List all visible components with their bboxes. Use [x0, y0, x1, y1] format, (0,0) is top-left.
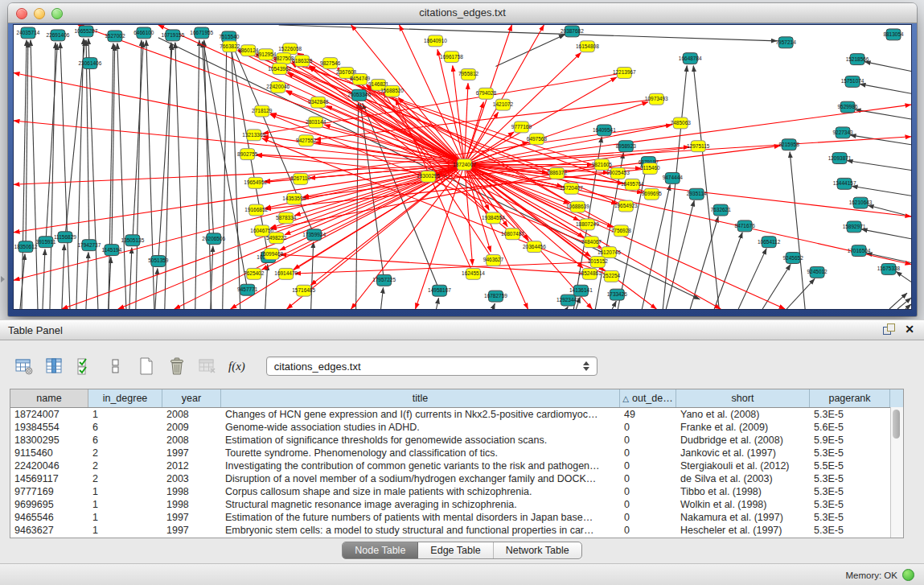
graph-node[interactable]: 9115460 — [640, 163, 660, 175]
graph-node[interactable]: 15720407 — [560, 183, 583, 194]
graph-node[interactable]: 9427552 — [296, 135, 317, 146]
table-row[interactable]: 911546021997Tourette syndrome. Phenomeno… — [10, 447, 903, 459]
graph-node[interactable]: 10654112 — [758, 237, 781, 248]
graph-node[interactable]: 252254 — [603, 270, 621, 282]
graph-node[interactable]: 19384554 — [482, 212, 505, 224]
graph-node[interactable]: 17942737 — [78, 240, 101, 251]
graph-node[interactable]: 22691406 — [47, 30, 70, 41]
graph-node[interactable]: 5498222 — [266, 233, 287, 244]
graph-node[interactable]: 9474444 — [663, 172, 684, 183]
graph-node[interactable]: 15716485 — [292, 285, 315, 296]
graph-node[interactable]: 10688639 — [566, 201, 589, 212]
graph-node[interactable]: 8471676 — [735, 220, 756, 232]
graph-node[interactable]: 8267110 — [290, 173, 310, 184]
graph-node[interactable]: 9245652 — [783, 253, 804, 264]
graph-node[interactable]: 2935114 — [687, 188, 707, 200]
graph-node[interactable]: 7485063 — [671, 117, 692, 129]
row-height-icon[interactable] — [105, 355, 127, 377]
column-header-title[interactable]: title — [221, 389, 620, 407]
graph-node[interactable]: 17957225 — [372, 274, 396, 286]
graph-node[interactable]: 10973493 — [645, 93, 668, 105]
graph-node[interactable]: 19166852 — [244, 204, 268, 216]
table-settings-icon[interactable] — [13, 355, 35, 377]
graph-node[interactable]: 24035714 — [17, 27, 40, 39]
graph-node[interactable]: 5051359 — [148, 256, 169, 267]
graph-node[interactable]: 8902755 — [237, 149, 258, 160]
graph-node[interactable]: 8215958 — [779, 139, 800, 150]
graph-node[interactable]: 16210643 — [849, 197, 873, 208]
graph-node[interactable]: 7957214 — [776, 37, 797, 48]
graph-node[interactable]: 5878334 — [276, 212, 297, 224]
graph-node[interactable]: 9463627 — [483, 255, 504, 266]
function-builder-icon[interactable]: f(x) — [228, 360, 245, 373]
table-row[interactable]: 1872400712008Changes of HCN gene express… — [10, 408, 903, 421]
import-table-disabled-icon[interactable] — [196, 355, 219, 377]
table-row[interactable]: 946362711997Embryonic stem cells: a mode… — [10, 524, 903, 537]
graph-node[interactable]: 15218566 — [846, 54, 869, 65]
graph-node[interactable]: 16154808 — [576, 41, 599, 52]
graph-node[interactable]: 18807249 — [576, 219, 599, 230]
table-row[interactable]: 1830029562008Estimation of significance … — [10, 434, 903, 447]
graph-node[interactable]: 13213369 — [242, 130, 265, 141]
graph-node[interactable]: 10025453 — [606, 167, 630, 179]
graph-node[interactable]: 19654923 — [614, 200, 638, 212]
graph-node[interactable]: 7625402 — [244, 268, 265, 279]
graph-node[interactable]: 3915911 — [36, 237, 56, 248]
tab-node-table[interactable]: Node Table — [343, 542, 418, 558]
graph-node[interactable]: 1527002 — [105, 31, 125, 42]
graph-node[interactable]: 9821605 — [592, 159, 613, 171]
graph-node[interactable]: 9699695 — [642, 188, 663, 200]
graph-node[interactable]: 14958107 — [428, 285, 451, 296]
graph-node[interactable]: 8813054 — [883, 29, 904, 40]
graph-node[interactable]: 10807487 — [501, 229, 524, 240]
graph-node[interactable]: 6186328 — [292, 56, 313, 67]
graph-node[interactable]: 2718129 — [252, 105, 273, 117]
graph-node[interactable]: 18495764 — [621, 179, 644, 190]
table-row[interactable]: 1938455462009Genome-wide association stu… — [10, 421, 903, 434]
column-header-name[interactable]: name — [10, 389, 88, 407]
graph-node[interactable]: 7663822 — [220, 41, 240, 52]
table-scrollbar[interactable] — [890, 407, 903, 538]
graph-node[interactable]: 18350612 — [14, 241, 38, 253]
column-header-pagerank[interactable]: pagerank — [810, 389, 890, 407]
graph-node[interactable]: 10719155 — [161, 30, 184, 41]
graph-node[interactable]: 9827546 — [320, 58, 341, 69]
network-canvas[interactable]: 2403571422691406106552871527002646610010… — [14, 25, 911, 309]
graph-node[interactable]: 19654952 — [244, 177, 267, 188]
graph-node[interactable]: 7484067 — [581, 237, 602, 248]
graph-node[interactable]: 9245012 — [807, 266, 827, 278]
table-row[interactable]: 1456911722003Disruption of a novel membe… — [10, 472, 903, 485]
graph-node[interactable]: 1015152 — [588, 257, 609, 268]
graph-node[interactable]: 2803144 — [306, 117, 326, 128]
graph-node[interactable]: 16671955 — [190, 27, 213, 39]
graph-node[interactable]: 20364456 — [523, 241, 546, 253]
graph-node[interactable]: 7955812 — [458, 69, 479, 80]
float-panel-icon[interactable] — [883, 323, 895, 336]
graph-node[interactable]: 7756928 — [611, 225, 632, 237]
graph-node[interactable]: 6794028 — [476, 88, 497, 99]
graph-node[interactable]: 9827508 — [273, 53, 294, 64]
graph-node[interactable]: 10655287 — [75, 26, 98, 37]
graph-node[interactable]: 20053346 — [347, 89, 371, 101]
column-manage-icon[interactable] — [43, 355, 66, 377]
graph-node[interactable]: 9227343 — [832, 127, 853, 138]
graph-node[interactable]: 16245514 — [462, 268, 485, 279]
column-header-out_de[interactable]: △out_de… — [620, 389, 676, 407]
graph-node[interactable]: 9529986 — [837, 101, 858, 113]
graph-node[interactable]: 16782759 — [484, 290, 507, 302]
graph-node[interactable]: 9342848 — [308, 97, 329, 108]
table-row[interactable]: 977716911998Corpus callosum shape and si… — [10, 485, 903, 498]
graph-node[interactable]: 16409541 — [593, 125, 616, 136]
table-row[interactable]: 969969511998Structural magnetic resonanc… — [10, 498, 903, 511]
graph-node[interactable]: 9457771 — [237, 284, 258, 295]
graph-node[interactable]: 18524861 — [578, 268, 602, 279]
graph-node[interactable]: 13444157 — [833, 178, 856, 189]
close-panel-icon[interactable]: ✕ — [905, 323, 914, 336]
table-selector-dropdown[interactable]: citations_edges.txt — [266, 356, 598, 376]
graph-node[interactable]: 15751074 — [841, 76, 864, 87]
graph-node[interactable]: 16914479 — [274, 268, 298, 279]
new-table-icon[interactable] — [135, 355, 158, 377]
column-header-year[interactable]: year — [162, 389, 221, 407]
graph-node[interactable]: 14353594 — [282, 193, 306, 204]
table-row[interactable]: 2242004622012Investigating the contribut… — [10, 459, 903, 472]
